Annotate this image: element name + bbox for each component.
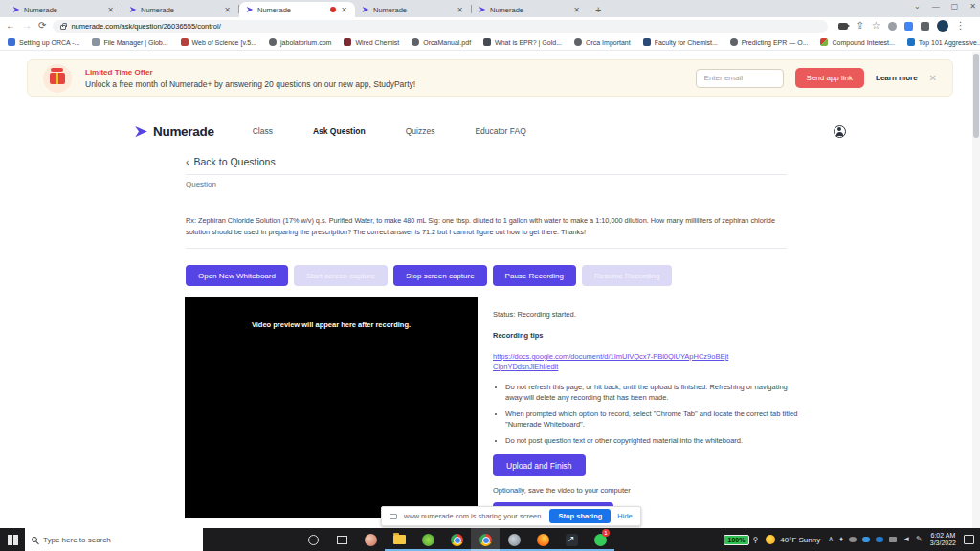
onedrive-icon[interactable] <box>876 537 883 542</box>
weather-widget[interactable]: 40°F Sunny <box>766 535 820 544</box>
browser-tab-2[interactable]: Numerade ✕ <box>122 2 238 17</box>
tab-close-icon[interactable]: ✕ <box>106 6 115 14</box>
minimize-button[interactable]: — <box>932 2 940 11</box>
sun-icon <box>766 535 775 544</box>
bookmark-item[interactable]: OrcaManual.pdf <box>412 38 471 46</box>
tray-link-icon[interactable]: ✎ <box>916 536 923 543</box>
scrollbar[interactable] <box>972 52 980 528</box>
taskbar-search[interactable]: Type here to search <box>25 528 203 551</box>
browser-tab-4[interactable]: Numerade ✕ <box>355 2 471 17</box>
tab-close-icon[interactable]: ✕ <box>572 6 581 14</box>
tab-capture-icon[interactable] <box>838 23 848 30</box>
new-tab-button[interactable]: + <box>595 4 601 15</box>
close-window-button[interactable]: ✕ <box>969 2 976 11</box>
taskbar-clock[interactable]: 6:02 AM 3/3/2022 <box>930 532 956 548</box>
whatsapp-button[interactable]: 1 <box>586 528 614 551</box>
battery-indicator[interactable]: 100% ⚲ <box>724 535 759 545</box>
url-text: numerade.com/ask/question/26036555/contr… <box>71 22 220 31</box>
nav-link-educator-faq[interactable]: Educator FAQ <box>475 126 525 136</box>
bookmark-item[interactable]: Faculty for Chemist... <box>643 38 718 46</box>
task-view-button[interactable] <box>327 528 356 551</box>
address-bar[interactable]: numerade.com/ask/question/26036555/contr… <box>53 20 828 33</box>
tab-title: Numerade <box>257 6 326 14</box>
gift-icon <box>43 64 72 93</box>
bookmark-item[interactable]: Setting up ORCA -... <box>8 38 79 46</box>
bookmark-item[interactable]: What is EPR? | Gold... <box>483 38 562 46</box>
nav-link-class[interactable]: Class <box>253 126 273 136</box>
back-to-questions-link[interactable]: ‹ Back to Questions <box>186 156 276 167</box>
tab-close-icon[interactable]: ✕ <box>223 6 232 14</box>
user-avatar[interactable] <box>834 125 846 138</box>
tray-mic-icon[interactable]: ♦ <box>839 536 843 543</box>
nav-link-quizzes[interactable]: Quizzes <box>406 126 435 136</box>
tray-camera-icon[interactable] <box>889 537 897 542</box>
bookmark-item[interactable]: Predicting EPR — O... <box>730 38 809 46</box>
tray-chevron-icon[interactable]: ∧ <box>828 536 834 543</box>
extension-blue-icon[interactable] <box>904 22 913 31</box>
action-center-icon[interactable] <box>964 535 974 544</box>
battery-percent: 100% <box>724 535 750 545</box>
recording-tips-link[interactable]: https://docs.google.com/document/d/1ImUl… <box>493 352 732 372</box>
start-button[interactable] <box>0 528 25 551</box>
globe-favicon-icon <box>412 38 419 46</box>
stop-screen-capture-button[interactable]: Stop screen capture <box>393 265 487 286</box>
browser-menu-icon[interactable]: ⋮ <box>956 21 966 31</box>
photos-icon <box>365 534 377 546</box>
browser-tab-3-active[interactable]: Numerade ✕ <box>239 2 355 17</box>
extension-icon[interactable] <box>888 22 897 31</box>
bookmark-star-icon[interactable]: ☆ <box>872 21 880 31</box>
photos-app-button[interactable] <box>356 528 385 551</box>
bookmark-item[interactable]: jabolatorium.com <box>269 38 331 46</box>
share-icon[interactable]: ⇪ <box>856 21 863 31</box>
trading-app-button[interactable] <box>557 528 586 551</box>
search-placeholder: Type here to search <box>43 536 111 544</box>
scrollbar-thumb[interactable] <box>973 54 979 138</box>
offer-title: Limited Time Offer <box>85 68 682 77</box>
chrome-button[interactable] <box>442 528 471 551</box>
forward-icon[interactable]: → <box>22 21 32 31</box>
resume-recording-button[interactable]: Resume Recording <box>582 265 672 286</box>
learn-more-link[interactable]: Learn more <box>876 74 918 82</box>
email-input[interactable] <box>696 69 784 88</box>
send-app-link-button[interactable]: Send app link <box>795 68 864 88</box>
onedrive-icon[interactable] <box>862 537 870 542</box>
nav-link-ask-question[interactable]: Ask Question <box>313 126 366 136</box>
numerade-favicon-icon <box>129 6 137 13</box>
extensions-puzzle-icon[interactable] <box>921 22 929 31</box>
maximize-button[interactable]: ▢ <box>951 2 959 11</box>
tab-strip: Numerade ✕ Numerade ✕ Numerade ✕ Numerad… <box>0 0 980 17</box>
upload-and-finish-button[interactable]: Upload and Finish <box>493 454 586 476</box>
planet-app-button[interactable] <box>500 528 528 551</box>
bookmark-item[interactable]: Web of Science [v.5... <box>181 38 256 46</box>
open-new-whiteboard-button[interactable]: Open New Whiteboard <box>186 265 288 286</box>
bookmark-item[interactable]: Orca Important <box>574 38 631 46</box>
hide-share-bar-link[interactable]: Hide <box>617 512 632 520</box>
tab-search-chevron-icon[interactable]: ⌄ <box>914 2 921 11</box>
bookmark-item[interactable]: Wired Chemist <box>344 38 399 46</box>
green-app-button[interactable] <box>413 528 442 551</box>
refresh-icon[interactable]: ⟳ <box>38 21 46 31</box>
tab-close-icon[interactable]: ✕ <box>456 6 464 14</box>
pause-recording-button[interactable]: Pause Recording <box>493 265 576 286</box>
stop-sharing-button[interactable]: Stop sharing <box>549 509 611 523</box>
browser-profile-avatar[interactable] <box>937 20 948 32</box>
bookmark-item[interactable]: Compound Interest... <box>820 38 894 46</box>
chrome-active-button[interactable] <box>471 528 500 551</box>
banner-close-icon[interactable]: ✕ <box>929 73 937 83</box>
tray-app-icon[interactable] <box>849 537 857 542</box>
file-explorer-button[interactable] <box>385 528 413 551</box>
volume-icon[interactable]: ◄ <box>902 536 910 543</box>
start-screen-capture-button[interactable]: Start screen capture <box>294 265 388 286</box>
firefox-button[interactable] <box>528 528 557 551</box>
cortana-button[interactable] <box>299 528 327 551</box>
bookmark-label: What is EPR? | Gold... <box>495 39 562 46</box>
numerade-logo[interactable]: Numerade <box>134 124 214 139</box>
screen-share-icon <box>390 514 397 519</box>
bookmark-item[interactable]: Top 101 Aggressive... <box>907 38 980 46</box>
back-icon[interactable]: ← <box>6 21 15 31</box>
bookmark-item[interactable]: File Manager | Glob... <box>92 38 167 46</box>
browser-tab-5[interactable]: Numerade ✕ <box>472 2 588 17</box>
browser-tab-1[interactable]: Numerade ✕ <box>6 2 122 17</box>
tab-close-icon[interactable]: ✕ <box>340 6 348 14</box>
tab-recording-indicator-icon <box>330 7 336 12</box>
